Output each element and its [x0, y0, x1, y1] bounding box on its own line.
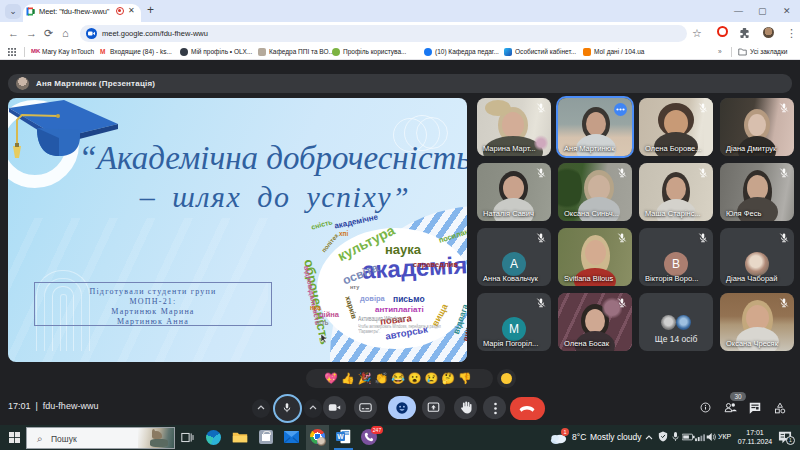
svg-text:W: W — [337, 433, 344, 440]
